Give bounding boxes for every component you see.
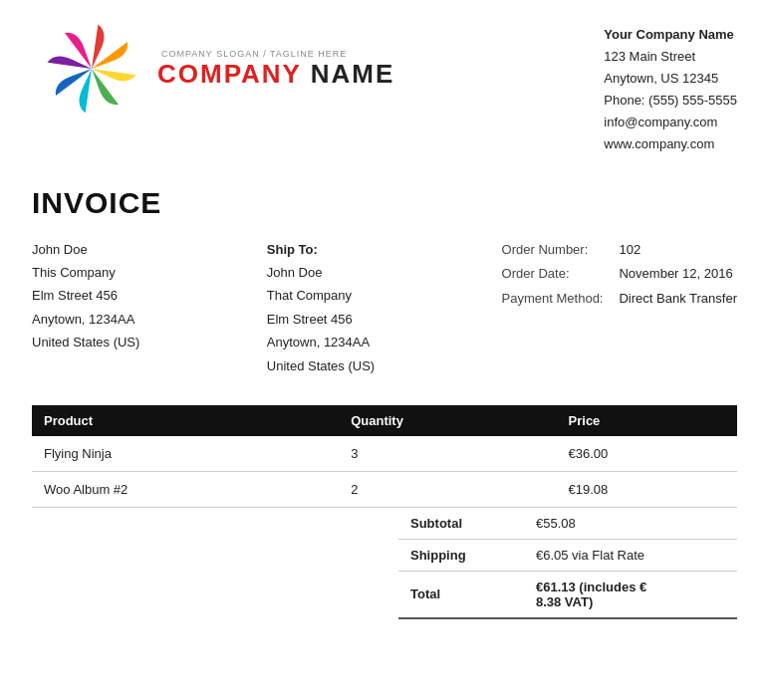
- bill-to-city: Anytown, 1234AA: [267, 331, 466, 353]
- shipping-value: €6.05 via Flat Rate: [524, 539, 737, 571]
- product-price: €19.08: [557, 471, 737, 507]
- totals-section: Subtotal €55.08 Shipping €6.05 via Flat …: [32, 508, 737, 619]
- total-row: Total €61.13 (includes €8.38 VAT): [398, 571, 737, 618]
- subtotal-label: Subtotal: [398, 508, 524, 540]
- total-value: €61.13 (includes €8.38 VAT): [524, 571, 737, 618]
- table-row: Woo Album #2 2 €19.08: [32, 471, 737, 507]
- bill-to-name: John Doe: [267, 261, 466, 284]
- invoice-header: COMPANY SLOGAN / TAGLINE HERE COMPANY NA…: [32, 24, 737, 156]
- invoice-title: INVOICE: [32, 186, 737, 220]
- company-info-website: www.company.com: [604, 133, 737, 155]
- col-quantity: Quantity: [339, 405, 556, 436]
- logo-icon: [32, 24, 151, 114]
- subtotal-row: Subtotal €55.08: [398, 508, 737, 540]
- order-number-value: 102: [619, 238, 737, 263]
- bill-from-country: United States (US): [32, 331, 231, 353]
- company-info-email: info@company.com: [604, 112, 737, 133]
- table-row: Flying Ninja 3 €36.00: [32, 436, 737, 472]
- bill-to-label: Ship To:: [267, 238, 466, 261]
- product-quantity: 2: [339, 471, 556, 507]
- company-name-part2: NAME: [302, 59, 395, 89]
- payment-method-value: Direct Bank Transfer: [619, 287, 737, 312]
- billing-section: John Doe This Company Elm Street 456 Any…: [32, 238, 737, 377]
- company-info: Your Company Name 123 Main Street Anytow…: [604, 24, 737, 156]
- company-info-city: Anytown, US 12345: [604, 68, 737, 90]
- invoice-table: Product Quantity Price Flying Ninja 3 €3…: [32, 405, 737, 508]
- product-name: Woo Album #2: [32, 471, 339, 507]
- order-date-label: Order Date:: [502, 262, 604, 287]
- col-price: Price: [557, 405, 737, 436]
- bill-from-city: Anytown, 1234AA: [32, 308, 231, 331]
- order-date-value: November 12, 2016: [619, 262, 737, 287]
- bill-to: Ship To: John Doe That Company Elm Stree…: [267, 238, 466, 377]
- shipping-row: Shipping €6.05 via Flat Rate: [398, 539, 737, 571]
- company-name-part1: COMPANY: [157, 59, 302, 89]
- payment-method-label: Payment Method:: [502, 287, 604, 312]
- logo-text: COMPANY SLOGAN / TAGLINE HERE COMPANY NA…: [157, 49, 394, 90]
- company-info-phone: Phone: (555) 555-5555: [604, 90, 737, 112]
- company-info-name: Your Company Name: [604, 24, 737, 46]
- col-product: Product: [32, 405, 339, 436]
- bill-from-name: John Doe: [32, 238, 231, 261]
- product-quantity: 3: [339, 436, 556, 472]
- total-label: Total: [398, 571, 524, 618]
- table-header-row: Product Quantity Price: [32, 405, 737, 436]
- subtotal-value: €55.08: [524, 508, 737, 540]
- order-info: Order Number: 102 Order Date: November 1…: [502, 238, 737, 377]
- bill-to-street: Elm Street 456: [267, 308, 466, 331]
- bill-from: John Doe This Company Elm Street 456 Any…: [32, 238, 231, 377]
- product-price: €36.00: [557, 436, 737, 472]
- company-info-address: 123 Main Street: [604, 46, 737, 68]
- bill-from-street: Elm Street 456: [32, 284, 231, 307]
- shipping-label: Shipping: [398, 539, 524, 571]
- bill-to-company: That Company: [267, 284, 466, 307]
- product-name: Flying Ninja: [32, 436, 339, 472]
- company-name-display: COMPANY NAME: [157, 59, 394, 90]
- logo-combined: COMPANY SLOGAN / TAGLINE HERE COMPANY NA…: [32, 24, 394, 114]
- totals-table: Subtotal €55.08 Shipping €6.05 via Flat …: [398, 508, 737, 619]
- company-slogan: COMPANY SLOGAN / TAGLINE HERE: [161, 49, 347, 59]
- order-number-label: Order Number:: [502, 238, 604, 263]
- bill-to-country: United States (US): [267, 354, 466, 377]
- bill-from-company: This Company: [32, 261, 231, 284]
- logo-area: COMPANY SLOGAN / TAGLINE HERE COMPANY NA…: [32, 24, 394, 114]
